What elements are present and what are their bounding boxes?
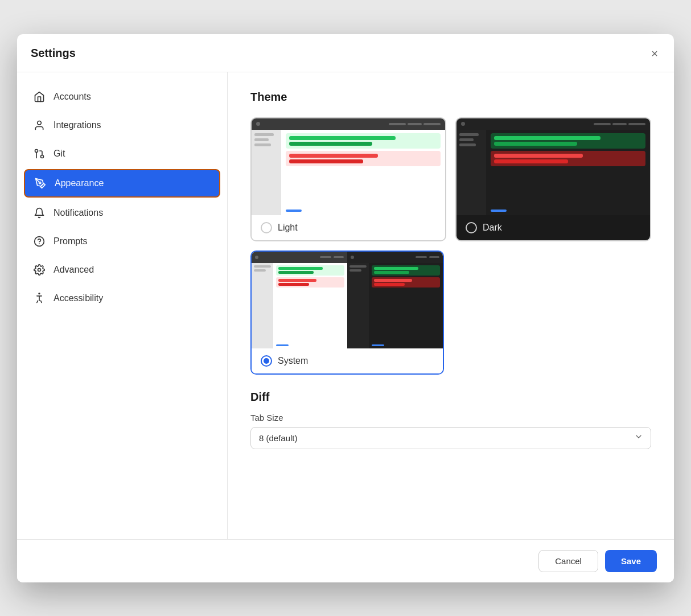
sidebar-label-accessibility: Accessibility xyxy=(54,293,103,303)
system-theme-label: System xyxy=(252,348,443,373)
modal-header: Settings × xyxy=(17,34,674,72)
theme-card-dark[interactable]: Dark xyxy=(455,117,651,241)
sidebar-label-accounts: Accounts xyxy=(54,92,91,102)
sidebar-item-advanced[interactable]: Advanced xyxy=(24,257,220,283)
person-icon xyxy=(33,119,46,132)
sidebar-item-integrations[interactable]: Integrations xyxy=(24,112,220,138)
save-button[interactable]: Save xyxy=(605,550,657,572)
sidebar-label-appearance: Appearance xyxy=(55,178,104,188)
tab-size-select[interactable]: 8 (default) 2 4 xyxy=(250,427,651,449)
dark-radio[interactable] xyxy=(466,222,477,233)
sidebar-label-git: Git xyxy=(54,149,65,159)
sidebar-label-notifications: Notifications xyxy=(54,208,103,218)
sidebar-item-accessibility[interactable]: Accessibility xyxy=(24,285,220,311)
sidebar-label-advanced: Advanced xyxy=(54,265,94,275)
theme-grid: Light xyxy=(250,117,651,241)
modal-title: Settings xyxy=(31,47,76,60)
svg-point-8 xyxy=(39,293,40,294)
sidebar-item-prompts[interactable]: Prompts xyxy=(24,228,220,254)
brush-icon xyxy=(34,177,47,190)
main-content: Theme xyxy=(228,72,674,539)
sidebar-label-prompts: Prompts xyxy=(54,236,88,247)
settings-sidebar: Accounts Integrations xyxy=(17,72,228,539)
question-icon xyxy=(33,235,46,248)
accessibility-icon xyxy=(33,292,46,305)
cancel-button[interactable]: Cancel xyxy=(538,550,598,572)
bell-icon xyxy=(33,207,46,219)
theme-section-title: Theme xyxy=(250,91,651,104)
modal-body: Accounts Integrations xyxy=(17,72,674,539)
settings-modal: Settings × Accounts xyxy=(17,34,674,582)
diff-section-title: Diff xyxy=(250,391,651,404)
system-theme-text: System xyxy=(278,356,308,366)
tab-size-label: Tab Size xyxy=(250,413,651,422)
svg-point-7 xyxy=(38,268,41,271)
sidebar-item-notifications[interactable]: Notifications xyxy=(24,200,220,226)
light-theme-preview xyxy=(252,118,445,215)
sidebar-item-appearance[interactable]: Appearance xyxy=(24,169,220,198)
close-button[interactable]: × xyxy=(649,46,660,61)
modal-footer: Cancel Save xyxy=(17,539,674,582)
svg-point-4 xyxy=(39,182,41,183)
light-radio[interactable] xyxy=(261,222,272,233)
light-theme-label: Light xyxy=(252,215,445,240)
system-radio[interactable] xyxy=(261,355,272,367)
tab-size-wrapper: 8 (default) 2 4 xyxy=(250,427,651,449)
gear-icon xyxy=(33,264,46,276)
svg-point-0 xyxy=(38,121,42,125)
git-icon xyxy=(33,147,46,160)
sidebar-item-accounts[interactable]: Accounts xyxy=(24,84,220,110)
sidebar-item-git[interactable]: Git xyxy=(24,141,220,167)
dark-theme-label: Dark xyxy=(456,215,650,240)
home-icon xyxy=(33,91,46,103)
light-theme-text: Light xyxy=(278,223,298,233)
theme-card-light[interactable]: Light xyxy=(250,117,446,241)
dark-theme-text: Dark xyxy=(483,223,502,233)
theme-card-system[interactable]: System xyxy=(250,250,444,375)
sidebar-label-integrations: Integrations xyxy=(54,120,101,130)
dark-theme-preview xyxy=(456,118,650,215)
diff-section: Diff Tab Size 8 (default) 2 4 xyxy=(250,391,651,449)
system-theme-preview xyxy=(252,252,443,348)
